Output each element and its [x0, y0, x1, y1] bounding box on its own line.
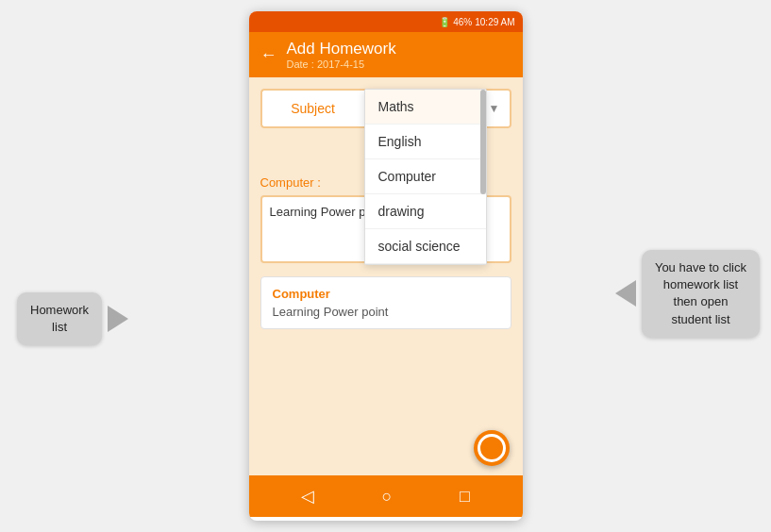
page-title: Add Homework	[287, 40, 396, 58]
dropdown-scrollbar	[480, 90, 486, 194]
battery-percent: 46%	[453, 17, 472, 27]
battery-icon: 🔋	[439, 17, 450, 27]
nav-recent-button[interactable]: □	[460, 487, 470, 507]
bottom-navigation: ◁ ○ □	[249, 475, 523, 517]
homework-list-card[interactable]: Computer Learning Power point	[260, 276, 511, 329]
student-list-bubble: You have to click homework list then ope…	[642, 250, 760, 338]
annotation-left: Homework list	[17, 292, 128, 345]
nav-home-button[interactable]: ○	[382, 487, 393, 507]
homework-list-bubble: Homework list	[17, 292, 102, 345]
nav-back-button[interactable]: ◁	[301, 486, 314, 507]
dropdown-item-maths[interactable]: Maths	[365, 90, 486, 125]
hw-card-description: Learning Power point	[273, 305, 499, 319]
subject-label: Subject	[260, 89, 364, 128]
right-arrow-icon	[615, 280, 636, 307]
status-bar: 🔋 46% 10:29 AM	[249, 11, 523, 32]
annotation-right: You have to click homework list then ope…	[615, 250, 760, 338]
dropdown-item-computer[interactable]: Computer	[365, 159, 486, 194]
hw-card-subject: Computer	[273, 287, 499, 301]
dropdown-item-drawing[interactable]: drawing	[365, 194, 486, 229]
dropdown-list[interactable]: Maths English Computer drawing social sc…	[364, 89, 487, 265]
fab-button[interactable]	[474, 430, 510, 466]
header-text: Add Homework Date : 2017-4-15	[287, 40, 396, 70]
scene: Homework list You have to click homework…	[0, 0, 771, 532]
dropdown-item-social-science[interactable]: social science	[365, 229, 486, 264]
subject-dropdown[interactable]: Maths ▼ Maths English Computer drawing s…	[364, 89, 511, 128]
app-header: ← Add Homework Date : 2017-4-15	[249, 32, 523, 77]
subject-row: Subject Maths ▼ Maths English Computer d…	[260, 89, 511, 128]
phone-shell: 🔋 46% 10:29 AM ← Add Homework Date : 201…	[249, 11, 523, 521]
fab-icon	[478, 434, 506, 462]
page-subtitle: Date : 2017-4-15	[287, 58, 396, 70]
dropdown-arrow-icon: ▼	[489, 102, 500, 115]
back-button[interactable]: ←	[260, 45, 277, 65]
status-icons: 🔋 46% 10:29 AM	[439, 17, 514, 27]
left-arrow-icon	[108, 306, 128, 332]
dropdown-item-english[interactable]: English	[365, 125, 486, 159]
content-area: Subject Maths ▼ Maths English Computer d…	[249, 77, 523, 475]
time-display: 10:29 AM	[475, 17, 514, 27]
